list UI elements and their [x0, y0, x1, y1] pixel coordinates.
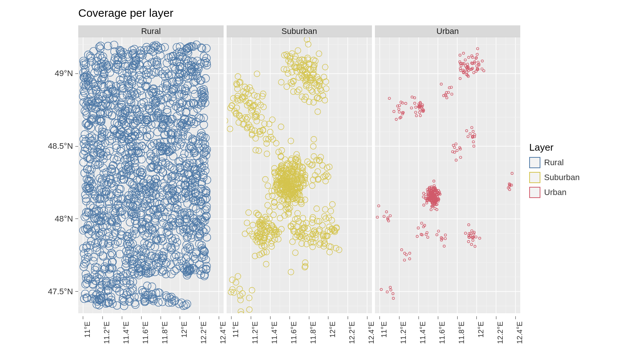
- legend-label: Suburban: [544, 173, 580, 182]
- svg-point-2423: [459, 54, 461, 56]
- svg-point-1374: [82, 109, 90, 116]
- svg-point-824: [80, 263, 88, 271]
- facet-panel: [78, 37, 224, 313]
- svg-point-2751: [444, 234, 446, 236]
- facet-strip: Suburban: [227, 25, 372, 37]
- svg-point-1337: [138, 142, 146, 150]
- svg-point-1502: [174, 135, 182, 143]
- svg-point-2756: [443, 245, 445, 247]
- svg-point-2680: [434, 207, 436, 210]
- svg-point-2788: [390, 289, 392, 291]
- x-tick: 11°E: [223, 316, 240, 330]
- svg-point-2227: [263, 261, 269, 267]
- svg-point-2709: [430, 208, 432, 211]
- svg-point-2375: [237, 286, 243, 292]
- svg-point-1799: [322, 64, 328, 70]
- y-tick: 48.5°N: [48, 141, 78, 151]
- facet-row: RuralSuburbanUrban: [78, 25, 520, 313]
- marks-urban: [376, 47, 513, 299]
- svg-point-2496: [415, 106, 417, 108]
- svg-point-1188: [117, 163, 125, 171]
- svg-point-1939: [278, 154, 284, 160]
- x-tick-label: 11.2°E: [399, 321, 408, 344]
- svg-point-2785: [386, 291, 388, 293]
- svg-point-2531: [469, 133, 471, 135]
- svg-point-2312: [295, 210, 301, 216]
- svg-point-2544: [460, 156, 462, 158]
- svg-point-2769: [474, 245, 476, 248]
- svg-point-2315: [322, 207, 328, 213]
- svg-point-1388: [111, 209, 119, 217]
- svg-point-2503: [415, 114, 417, 117]
- facet-strip: Urban: [375, 25, 520, 37]
- y-tick-label: 49°N: [55, 69, 73, 78]
- x-tick: 11.8°E: [298, 316, 320, 330]
- svg-point-1196: [118, 214, 126, 222]
- svg-point-2602: [423, 192, 425, 194]
- svg-point-2429: [459, 78, 461, 80]
- x-tick-label: 11.4°E: [270, 321, 279, 344]
- x-tick-label: 11.4°E: [419, 321, 427, 344]
- svg-point-1864: [234, 86, 240, 92]
- svg-point-2337: [323, 216, 329, 222]
- x-tick: 11.8°E: [149, 316, 172, 330]
- svg-point-2789: [392, 297, 394, 299]
- legend-item: Urban: [529, 187, 580, 198]
- legend-key: [529, 172, 540, 183]
- legend-label: Urban: [544, 188, 566, 197]
- x-tick-label: 12.2°E: [199, 321, 208, 344]
- svg-point-1792: [322, 97, 328, 103]
- svg-point-2775: [473, 231, 475, 233]
- x-tick: 12°E: [468, 316, 485, 330]
- x-tick-label: 11.6°E: [141, 321, 150, 344]
- x-tick-label: 12.4°E: [515, 321, 524, 344]
- svg-point-845: [121, 60, 129, 68]
- svg-point-2379: [237, 293, 243, 299]
- x-tick-label: 11°E: [231, 321, 240, 338]
- svg-point-2447: [463, 52, 465, 54]
- svg-point-1276: [111, 97, 119, 104]
- svg-point-2526: [472, 141, 474, 143]
- svg-point-1265: [201, 167, 209, 175]
- svg-point-2571: [422, 196, 424, 198]
- svg-point-2783: [404, 252, 406, 254]
- legend-item: Rural: [529, 157, 580, 168]
- svg-point-2332: [327, 249, 333, 255]
- legend-key: [529, 187, 540, 198]
- svg-point-51: [171, 267, 179, 275]
- svg-point-2170: [324, 165, 330, 171]
- svg-point-2255: [265, 202, 271, 208]
- x-axis: 11°E11.2°E11.4°E11.6°E11.8°E12°E12.2°E12…: [375, 316, 520, 357]
- svg-point-1801: [318, 88, 324, 94]
- x-tick-label: 11.8°E: [161, 321, 169, 344]
- chart-title: Coverage per layer: [78, 7, 173, 19]
- svg-point-2175: [311, 154, 317, 160]
- facet-rural: Rural: [78, 25, 224, 313]
- x-axis: 11°E11.2°E11.4°E11.6°E11.8°E12°E12.2°E12…: [227, 316, 372, 357]
- svg-point-1749: [295, 48, 301, 54]
- svg-point-2229: [272, 200, 278, 206]
- svg-point-524: [83, 112, 91, 119]
- x-tick: 12.4°E: [504, 316, 527, 330]
- svg-point-2776: [479, 237, 481, 239]
- svg-point-784: [148, 283, 156, 291]
- x-tick-label: 11.8°E: [309, 321, 318, 344]
- svg-point-2324: [328, 208, 334, 214]
- svg-point-1892: [253, 135, 259, 141]
- svg-point-822: [189, 86, 197, 94]
- x-tick-label: 11.6°E: [290, 321, 298, 344]
- svg-point-1878: [273, 140, 279, 146]
- x-tick-label: 12°E: [477, 321, 485, 338]
- svg-point-1565: [106, 137, 114, 145]
- svg-point-2270: [246, 228, 252, 234]
- svg-point-1630: [151, 243, 159, 251]
- y-tick: 48°N: [55, 214, 78, 224]
- svg-point-1795: [321, 74, 327, 80]
- legend-label: Rural: [544, 158, 564, 167]
- svg-point-2483: [414, 102, 416, 104]
- svg-point-498: [117, 268, 125, 276]
- svg-point-2515: [398, 108, 400, 110]
- svg-point-1823: [242, 114, 248, 120]
- x-tick: 12°E: [320, 316, 337, 330]
- facet-panel: [375, 37, 520, 313]
